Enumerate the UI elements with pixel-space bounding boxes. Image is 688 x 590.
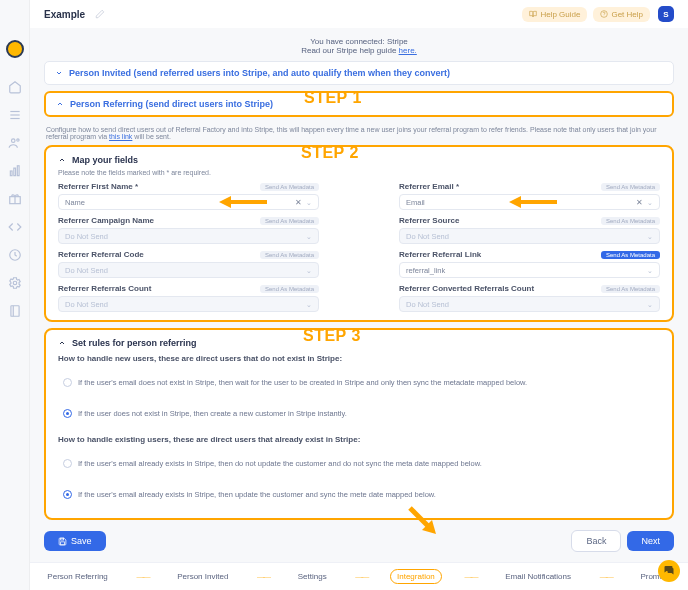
brand-logo — [6, 40, 24, 58]
book-open-icon — [529, 10, 537, 18]
banner-line2: Read our Stripe help guide here. — [44, 46, 674, 55]
stepper-separator: —— — [355, 572, 367, 581]
rules-title: Set rules for person referring — [72, 338, 197, 348]
svg-rect-7 — [17, 166, 19, 176]
select-value: Name — [65, 198, 85, 207]
edit-icon[interactable] — [95, 9, 105, 19]
stepper-email-notifications[interactable]: Email Notifications — [499, 570, 577, 583]
get-help-button[interactable]: Get Help — [593, 7, 650, 22]
metadata-badge[interactable]: Send As Metadata — [260, 217, 319, 225]
metadata-badge[interactable]: Send As Metadata — [260, 183, 319, 191]
book-icon[interactable] — [8, 304, 22, 318]
radio-label: If the user's email does not exist in St… — [78, 378, 527, 387]
select-value: Email — [406, 198, 425, 207]
metadata-badge[interactable]: Send As Metadata — [601, 285, 660, 293]
required-note: Please note the fields marked with * are… — [58, 169, 660, 176]
accordion-person-referring[interactable]: Person Referring (send direct users into… — [44, 91, 674, 117]
chat-icon — [663, 565, 675, 577]
next-button[interactable]: Next — [627, 531, 674, 551]
accordion-invited-label: Person Invited (send referred users into… — [69, 68, 450, 78]
field-referrer-referral-link: Referrer Referral LinkSend As Metadata r… — [399, 250, 660, 278]
field-select[interactable]: Email✕ ⌄ — [399, 194, 660, 210]
help-guide-button[interactable]: Help Guide — [522, 7, 587, 22]
stepper-settings[interactable]: Settings — [292, 570, 333, 583]
map-fields-title: Map your fields — [72, 155, 138, 165]
field-label-text: Referrer Referral Code — [58, 250, 144, 259]
left-rail — [0, 0, 30, 590]
accordion-referring-label: Person Referring (send direct users into… — [70, 99, 273, 109]
radio-icon — [63, 378, 72, 387]
svg-rect-12 — [10, 306, 18, 317]
stepper-person-invited[interactable]: Person Invited — [171, 570, 234, 583]
stepper-integration[interactable]: Integration — [390, 569, 442, 584]
field-label-text: Referrer Referral Link — [399, 250, 481, 259]
field-select[interactable]: Do Not Send⌄ — [399, 296, 660, 312]
existing-users-option-1[interactable]: If the user's email already exists in St… — [58, 479, 660, 510]
banner-line1: You have connected: Stripe — [44, 37, 674, 46]
banner-guide-link[interactable]: here. — [399, 46, 417, 55]
page-title: Example — [44, 9, 85, 20]
svg-rect-6 — [13, 168, 15, 176]
this-link[interactable]: this link — [109, 133, 132, 140]
field-select[interactable]: referral_link⌄ — [399, 262, 660, 278]
select-value: Do Not Send — [65, 300, 108, 309]
topbar: Example Help Guide Get Help S — [30, 0, 688, 28]
rules-panel: Set rules for person referring STEP 3 Ho… — [44, 328, 674, 520]
field-label-text: Referrer Source — [399, 216, 459, 225]
new-users-option-1[interactable]: If the user does not exist in Stripe, th… — [58, 398, 660, 429]
metadata-badge[interactable]: Send As Metadata — [601, 251, 660, 259]
field-referrer-campaign-name: Referrer Campaign NameSend As Metadata D… — [58, 216, 319, 244]
chevron-up-icon — [58, 339, 66, 347]
new-users-heading: How to handle new users, these are direc… — [58, 354, 660, 363]
home-icon[interactable] — [8, 80, 22, 94]
metadata-badge[interactable]: Send As Metadata — [601, 217, 660, 225]
help-circle-icon — [600, 10, 608, 18]
field-select[interactable]: Do Not Send⌄ — [58, 296, 319, 312]
field-select[interactable]: Name✕ ⌄ — [58, 194, 319, 210]
metadata-badge[interactable]: Send As Metadata — [260, 285, 319, 293]
field-label-text: Referrer Referrals Count — [58, 284, 151, 293]
progress-stepper: Person Referring——Person Invited——Settin… — [30, 562, 688, 590]
svg-rect-5 — [10, 171, 12, 176]
users-icon[interactable] — [8, 136, 22, 150]
field-select[interactable]: Do Not Send⌄ — [58, 228, 319, 244]
new-users-option-0[interactable]: If the user's email does not exist in St… — [58, 367, 660, 398]
content-area: You have connected: Stripe Read our Stri… — [30, 28, 688, 562]
save-button[interactable]: Save — [44, 531, 106, 551]
save-icon — [58, 537, 67, 546]
accordion-person-invited[interactable]: Person Invited (send referred users into… — [44, 61, 674, 85]
metadata-badge[interactable]: Send As Metadata — [601, 183, 660, 191]
field-select[interactable]: Do Not Send⌄ — [58, 262, 319, 278]
help-guide-label: Help Guide — [540, 10, 580, 19]
field-select[interactable]: Do Not Send⌄ — [399, 228, 660, 244]
save-label: Save — [71, 536, 92, 546]
metadata-badge[interactable]: Send As Metadata — [260, 251, 319, 259]
page-footer: Save Back Next — [44, 526, 674, 560]
back-button[interactable]: Back — [571, 530, 621, 552]
svg-point-3 — [11, 139, 15, 143]
select-caret: ⌄ — [306, 300, 312, 309]
select-caret: ⌄ — [647, 266, 653, 275]
existing-users-option-0[interactable]: If the user's email already exists in St… — [58, 448, 660, 479]
stepper-separator: —— — [600, 572, 612, 581]
chat-launcher[interactable] — [658, 560, 680, 582]
gift-icon[interactable] — [8, 192, 22, 206]
gear-icon[interactable] — [8, 276, 22, 290]
svg-rect-20 — [61, 541, 65, 544]
stepper-person-referring[interactable]: Person Referring — [41, 570, 113, 583]
map-fields-panel: Map your fields STEP 2 Please note the f… — [44, 145, 674, 322]
sliders-icon[interactable] — [8, 108, 22, 122]
field-referrer-converted-referrals-count: Referrer Converted Referrals CountSend A… — [399, 284, 660, 312]
field-label-text: Referrer First Name * — [58, 182, 138, 191]
svg-rect-21 — [61, 538, 64, 540]
stepper-separator: —— — [257, 572, 269, 581]
field-referrer-referral-code: Referrer Referral CodeSend As Metadata D… — [58, 250, 319, 278]
code-icon[interactable] — [8, 220, 22, 234]
analytics-icon[interactable] — [8, 164, 22, 178]
select-caret: ⌄ — [647, 232, 653, 241]
select-value: Do Not Send — [65, 266, 108, 275]
avatar[interactable]: S — [658, 6, 674, 22]
radio-icon — [63, 459, 72, 468]
select-caret: ⌄ — [306, 266, 312, 275]
clock-icon[interactable] — [8, 248, 22, 262]
